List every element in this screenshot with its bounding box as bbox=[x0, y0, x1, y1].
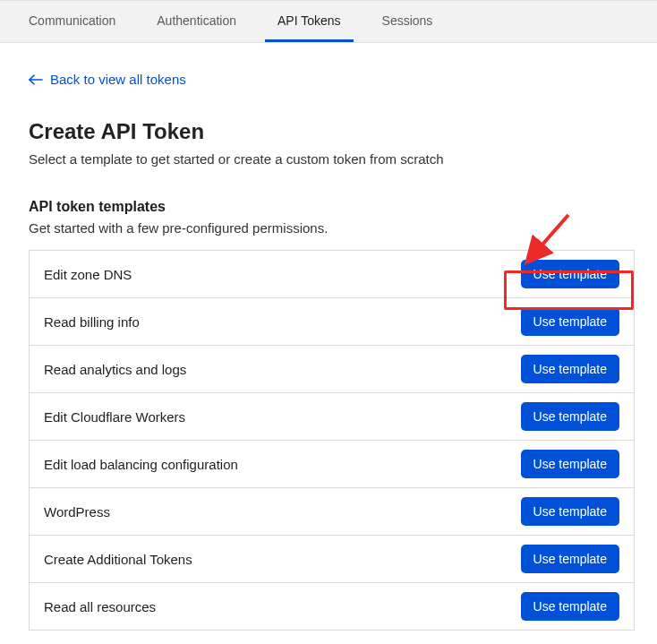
template-row: Read billing infoUse template bbox=[30, 298, 634, 346]
use-template-button[interactable]: Use template bbox=[521, 450, 619, 478]
template-row: Edit load balancing configurationUse tem… bbox=[30, 441, 634, 488]
tab-sessions[interactable]: Sessions bbox=[370, 1, 446, 42]
template-name: Read analytics and logs bbox=[44, 362, 186, 377]
tab-bar: CommunicationAuthenticationAPI TokensSes… bbox=[0, 0, 657, 43]
back-to-tokens-link[interactable]: Back to view all tokens bbox=[29, 72, 186, 87]
back-link-text: Back to view all tokens bbox=[50, 72, 186, 87]
use-template-button[interactable]: Use template bbox=[521, 260, 619, 288]
templates-subheading: Get started with a few pre-configured pe… bbox=[29, 220, 628, 236]
use-template-button[interactable]: Use template bbox=[521, 355, 619, 383]
main-content: Back to view all tokens Create API Token… bbox=[0, 43, 657, 644]
template-name: Edit Cloudflare Workers bbox=[44, 409, 185, 425]
tab-authentication[interactable]: Authentication bbox=[144, 1, 249, 42]
template-name: Read all resources bbox=[44, 599, 156, 614]
template-name: Read billing info bbox=[44, 314, 140, 330]
use-template-button[interactable]: Use template bbox=[521, 545, 619, 573]
use-template-button[interactable]: Use template bbox=[521, 592, 619, 621]
tab-communication[interactable]: Communication bbox=[16, 1, 128, 42]
arrow-left-icon bbox=[29, 73, 43, 86]
template-name: Create Additional Tokens bbox=[44, 552, 192, 567]
template-row: Edit zone DNSUse template bbox=[30, 251, 634, 298]
template-row: WordPressUse template bbox=[30, 488, 634, 536]
page-subtitle: Select a template to get started or crea… bbox=[29, 151, 628, 167]
page-title: Create API Token bbox=[29, 119, 628, 144]
use-template-button[interactable]: Use template bbox=[521, 307, 619, 336]
template-row: Create Additional TokensUse template bbox=[30, 536, 634, 583]
tab-api-tokens[interactable]: API Tokens bbox=[265, 1, 354, 42]
template-name: Edit zone DNS bbox=[44, 267, 132, 282]
template-list: Edit zone DNSUse templateRead billing in… bbox=[29, 250, 635, 631]
use-template-button[interactable]: Use template bbox=[521, 402, 619, 431]
template-row: Read analytics and logsUse template bbox=[30, 346, 634, 393]
template-name: WordPress bbox=[44, 504, 110, 519]
use-template-button[interactable]: Use template bbox=[521, 497, 619, 526]
template-row: Edit Cloudflare WorkersUse template bbox=[30, 393, 634, 441]
templates-heading: API token templates bbox=[29, 199, 628, 215]
template-name: Edit load balancing configuration bbox=[44, 457, 238, 472]
template-row: Read all resourcesUse template bbox=[30, 583, 634, 630]
